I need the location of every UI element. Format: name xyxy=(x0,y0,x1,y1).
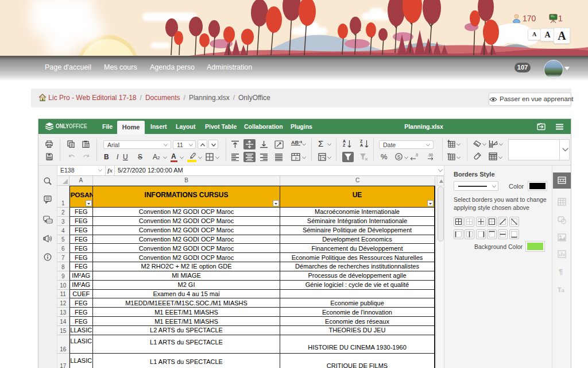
svg-text:.0: .0 xyxy=(415,153,418,157)
svg-text:S: S xyxy=(397,154,401,160)
svg-text:.00: .00 xyxy=(428,153,433,157)
